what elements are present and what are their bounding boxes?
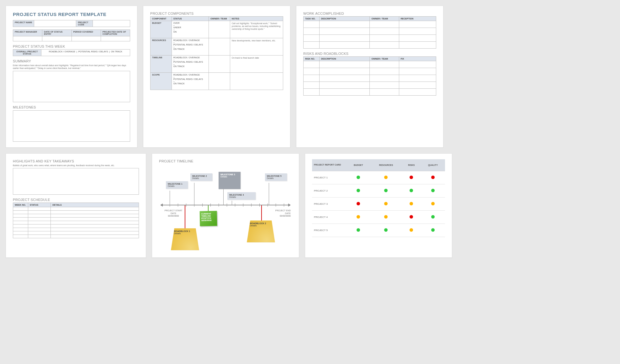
table-row [13, 214, 139, 218]
table-row: RESOURCES ROADBLOCK / OVERAGE – POTENTIA… [151, 38, 283, 55]
table-row: PROJECT 3 [312, 197, 445, 210]
table-row [304, 21, 436, 28]
status-dot-icon [410, 176, 413, 179]
tick-icon [259, 203, 260, 207]
tick-icon [243, 203, 243, 207]
status-dot-icon [357, 202, 360, 205]
table-row: PROJECT 4 [312, 210, 445, 224]
section-work-accomplished: WORK ACCOMPLISHED [303, 12, 436, 15]
th-notes: NOTES [230, 17, 283, 21]
table-row: PROJECT 1 [312, 171, 445, 184]
section-highlights: HIGHLIGHTS AND KEY TAKEAWAYS [13, 159, 139, 163]
status-dot-icon [357, 215, 360, 219]
tick-icon [186, 203, 186, 207]
status-dot-icon [431, 228, 435, 232]
th-report-card: PROJECT REPORT CARD [312, 159, 347, 171]
milestone-3: MILESTONE 3Details [219, 172, 241, 189]
label-period: PERIOD COVERED [72, 30, 101, 36]
table-row [13, 221, 139, 224]
th-risks: RISKS [402, 159, 421, 171]
table-row [304, 35, 436, 42]
status-dot-icon [431, 202, 435, 205]
highlights-hint: Bullets of great work, who owns what, wh… [13, 164, 139, 167]
current-position: CURRENT TIMELINE POSITION 00/00/0000 [200, 211, 217, 226]
tick-icon [202, 203, 203, 207]
table-row: PROJECT 2 [312, 184, 445, 197]
th-budget: BUDGET [347, 159, 370, 171]
project-label: PROJECT 1 [312, 171, 347, 184]
page-highlights-schedule: HIGHLIGHTS AND KEY TAKEAWAYS Bullets of … [6, 153, 146, 258]
th-resources: RESOURCES [370, 159, 402, 171]
table-row [13, 211, 139, 214]
tick-icon [251, 203, 252, 207]
milestone-2: MILESTONE 2Details [190, 173, 212, 181]
status-dot-icon [431, 189, 435, 192]
timeline-axis [162, 205, 289, 205]
start-caption: PROJECT START DATE00/00/0000 [164, 209, 183, 217]
section-schedule: PROJECT SCHEDULE [13, 198, 139, 202]
status-dot-icon [384, 189, 388, 192]
page-work-risks: WORK ACCOMPLISHED TASK NO. DESCRIPTION O… [296, 6, 443, 148]
label-project-name: PROJECT NAME [13, 20, 34, 27]
status-dot-icon [431, 215, 435, 219]
meta-table-1: PROJECT NAME PROJECT CODE [13, 20, 130, 27]
tick-icon [284, 203, 284, 207]
summary-hint: Enter information here about overall sta… [13, 64, 130, 70]
label-project-code: PROJECT CODE [76, 20, 93, 27]
section-status-week: PROJECT STATUS THIS WEEK [13, 45, 130, 48]
section-summary: SUMMARY [13, 59, 130, 63]
table-row [304, 42, 436, 49]
components-table: COMPONENT STATUS OWNER / TEAM NOTES BUDG… [150, 16, 283, 90]
work-table: TASK NO. DESCRIPTION OWNER / TEAM RECEPT… [303, 16, 436, 49]
table-row: PROJECT 5 [312, 224, 445, 237]
table-row [13, 235, 139, 238]
meta-table-2: PROJECT MANAGER DATE OF STATUS ENTRY PER… [13, 29, 130, 41]
table-row: TIMELINE ROADBLOCK / OVERAGE – POTENTIAL… [151, 55, 283, 73]
page-title: PROJECT STATUS REPORT TEMPLATE [13, 12, 130, 17]
summary-area [13, 71, 130, 102]
milestone-5: MILESTONE 5Details [265, 173, 287, 181]
status-dot-icon [357, 176, 360, 179]
status-dot-icon [357, 189, 360, 192]
label-ops: OVERALL PROJECT STATUS [13, 50, 41, 56]
label-pm: PROJECT MANAGER [13, 30, 42, 36]
tick-icon [178, 203, 178, 207]
status-dot-icon [410, 215, 413, 219]
tick-icon [210, 203, 211, 207]
section-timeline: PROJECT TIMELINE [159, 159, 292, 163]
table-row: BUDGET OVER – UNDER – ON Call out highli… [151, 21, 283, 38]
project-label: PROJECT 3 [312, 197, 347, 210]
milestone-1: MILESTONE 1Details [166, 181, 188, 189]
milestones-area [13, 110, 130, 142]
report-card-table: PROJECT REPORT CARD BUDGET RESOURCES RIS… [312, 159, 445, 237]
label-dse: DATE OF STATUS ENTRY [42, 30, 72, 36]
th-quality: QUALITY [421, 159, 445, 171]
table-row [304, 68, 436, 75]
section-milestones: MILESTONES [13, 105, 130, 109]
page-project-components: PROJECT COMPONENTS COMPONENT STATUS OWNE… [143, 6, 290, 148]
table-row [304, 82, 436, 89]
label-pdc: PROJECTED DATE OF COMPLETION [101, 30, 130, 36]
status-dot-icon [384, 215, 388, 219]
table-row [13, 231, 139, 235]
status-dot-icon [384, 202, 388, 205]
status-dot-icon [410, 202, 413, 205]
table-row [13, 224, 139, 228]
table-row [13, 218, 139, 221]
status-dot-icon [410, 189, 413, 192]
table-row [304, 28, 436, 35]
table-row [304, 89, 436, 96]
tick-icon [219, 203, 219, 207]
tick-icon [235, 203, 235, 207]
risks-table: RISK NO. DESCRIPTION OWNER / TEAM FIX [303, 56, 436, 96]
project-label: PROJECT 5 [312, 224, 347, 237]
table-row [304, 75, 436, 82]
table-row [13, 228, 139, 231]
th-status: STATUS [172, 17, 209, 21]
page-timeline: PROJECT TIMELINE MILESTONE 1Details MILE… [152, 153, 299, 258]
status-dot-icon [384, 176, 388, 179]
section-components: PROJECT COMPONENTS [150, 12, 283, 15]
table-row [13, 207, 139, 211]
tick-icon [227, 203, 227, 207]
highlights-area [13, 168, 139, 195]
